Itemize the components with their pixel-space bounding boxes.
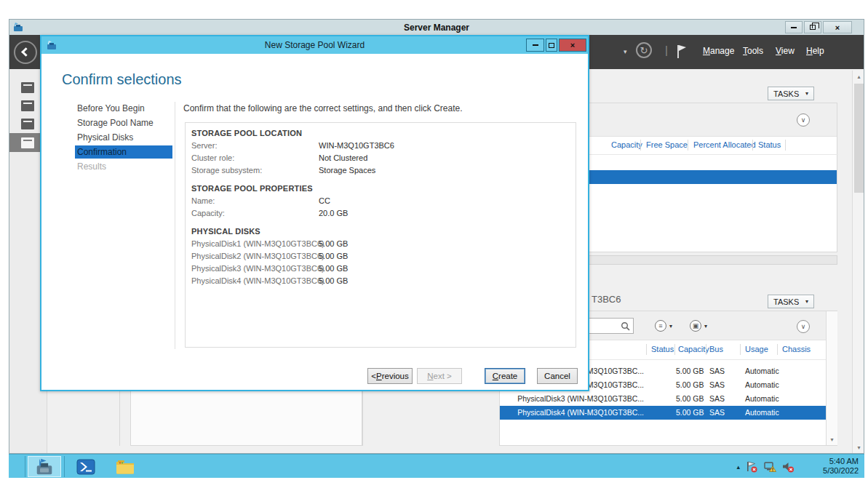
tray-network-warning-icon[interactable]: [763, 460, 776, 473]
collapse-chevron-icon[interactable]: ∨: [797, 320, 810, 333]
tray-flag-alert-icon[interactable]: [745, 460, 758, 473]
wizard-minimize-button[interactable]: [526, 39, 544, 52]
sidebar-item-all-servers-icon[interactable]: [21, 119, 34, 129]
wizard-step-before-you-begin[interactable]: Before You Begin: [75, 102, 172, 115]
caret-down-icon: ▾: [669, 323, 672, 329]
filter-list-button[interactable]: ≡ ▾: [649, 319, 678, 333]
caret-down-icon: ▾: [805, 90, 808, 97]
notifications-flag-icon[interactable]: [676, 44, 688, 59]
caret-down-icon: ▾: [704, 323, 707, 329]
setting-value: WIN-M3Q10GT3BC6: [319, 141, 394, 150]
menu-tools[interactable]: Tools: [743, 46, 763, 56]
desktop: Server Manager × ▾ ↻ | Manage Tools View…: [0, 0, 868, 496]
server-manager-titlebar[interactable]: Server Manager ×: [9, 20, 864, 35]
column-header-capacity[interactable]: Capacity: [678, 345, 709, 353]
main-scrollbar[interactable]: ▴ ▾: [852, 71, 864, 453]
wizard-step-results: Results: [75, 160, 172, 173]
scroll-down-icon[interactable]: ▾: [853, 441, 864, 453]
setting-value: 20.0 GB: [319, 209, 348, 217]
search-icon[interactable]: [621, 321, 630, 331]
header-divider: [674, 344, 675, 355]
sidebar-item-dashboard-icon[interactable]: [21, 82, 34, 93]
refresh-icon[interactable]: ↻: [636, 42, 652, 58]
server-manager-icon: [36, 458, 53, 476]
taskbar: ▴ 5:40 AM 5/30/2022: [9, 454, 864, 478]
next-button[interactable]: Next >: [417, 368, 462, 384]
table-row-selected[interactable]: PhysicalDisk4 (WIN-M3Q10GT3BC... 5.00 GB…: [500, 406, 827, 420]
wizard-step-physical-disks[interactable]: Physical Disks: [75, 131, 172, 144]
create-button[interactable]: Create: [485, 368, 525, 384]
physical-disk-size: 5.00 GB: [319, 276, 348, 285]
group-header: STORAGE POOL LOCATION: [191, 129, 302, 137]
close-button[interactable]: ×: [823, 21, 852, 33]
caret-down-icon: ▾: [805, 298, 808, 305]
server-dropdown-caret-icon[interactable]: ▾: [624, 48, 627, 55]
wizard-step-confirmation[interactable]: Confirmation: [75, 145, 172, 159]
column-header-chassis[interactable]: Chassis: [782, 345, 811, 353]
table-row[interactable]: PhysicalDisk3 (WIN-M3Q10GT3BC... 5.00 GB…: [500, 392, 827, 406]
wizard-title: New Storage Pool Wizard: [41, 40, 588, 50]
column-header-status[interactable]: Status: [758, 140, 781, 149]
scroll-down-icon[interactable]: ▾: [827, 433, 837, 445]
taskbar-separator: [25, 456, 25, 477]
header-divider: [706, 344, 706, 355]
collapse-chevron-icon[interactable]: ∨: [797, 113, 810, 127]
physical-disk-label: PhysicalDisk4 (WIN-M3Q10GT3BC6): [191, 276, 324, 285]
header-divider: [752, 140, 753, 151]
restore-icon: [810, 25, 816, 30]
table-scrollbar[interactable]: ▾: [826, 311, 837, 445]
column-header-status[interactable]: Status: [651, 345, 674, 353]
scrollbar-thumb[interactable]: [854, 84, 864, 193]
menu-view[interactable]: View: [776, 46, 795, 56]
save-query-button[interactable]: ▣ ▾: [684, 319, 713, 333]
setting-label: Cluster role:: [191, 153, 234, 162]
file-explorer-icon: [115, 459, 135, 475]
physical-disks-panel-title: T3BC6: [592, 294, 621, 305]
taskbar-powershell-button[interactable]: [71, 457, 100, 476]
menu-help[interactable]: Help: [806, 46, 824, 56]
physical-disk-label: PhysicalDisk1 (WIN-M3Q10GT3BC6): [191, 239, 324, 248]
physical-disk-label: PhysicalDisk2 (WIN-M3Q10GT3BC6): [191, 252, 324, 260]
taskbar-file-explorer-button[interactable]: [111, 457, 140, 476]
tray-expand-icon[interactable]: ▴: [736, 463, 740, 471]
sidebar-item-local-server-icon[interactable]: [21, 100, 34, 111]
maximize-icon: [549, 43, 554, 48]
setting-value: Storage Spaces: [319, 166, 375, 175]
taskbar-server-manager-button[interactable]: [28, 456, 61, 477]
group-header: PHYSICAL DISKS: [191, 227, 260, 236]
wizard-close-button[interactable]: ×: [559, 39, 586, 52]
window-title: Server Manager: [9, 23, 864, 33]
restore-button[interactable]: [804, 21, 821, 33]
header-divider: [646, 344, 647, 355]
wizard-heading: Confirm selections: [62, 71, 182, 88]
column-header-free-space[interactable]: Free Space: [646, 140, 688, 149]
wizard-titlebar[interactable]: New Storage Pool Wizard ×: [41, 36, 588, 54]
minimize-icon: [791, 27, 797, 28]
list-filter-icon: ≡: [655, 320, 666, 332]
column-header-percent-allocated[interactable]: Percent Allocated: [693, 140, 756, 149]
physical-disks-tasks-button[interactable]: TASKS ▾: [768, 295, 814, 308]
new-storage-pool-wizard: New Storage Pool Wizard × Confirm select…: [40, 35, 589, 391]
wizard-instruction: Confirm that the following are the corre…: [183, 103, 463, 113]
setting-label: Capacity:: [191, 209, 225, 217]
confirmation-settings-box: STORAGE POOL LOCATION Server: WIN-M3Q10G…: [185, 122, 576, 348]
storage-pools-tasks-button[interactable]: TASKS ▾: [768, 87, 814, 100]
taskbar-clock[interactable]: 5:40 AM 5/30/2022: [797, 457, 859, 476]
sidebar-item-file-storage-icon: [21, 137, 34, 148]
back-button[interactable]: [14, 41, 37, 64]
menu-manage[interactable]: Manage: [703, 46, 734, 56]
previous-button[interactable]: < Previous: [367, 368, 413, 384]
wizard-maximize-button[interactable]: [546, 39, 557, 52]
column-header-capacity[interactable]: Capacity: [611, 140, 642, 149]
tray-volume-muted-icon[interactable]: [781, 460, 795, 473]
cancel-button[interactable]: Cancel: [537, 368, 578, 384]
close-icon: ×: [835, 23, 840, 32]
group-header: STORAGE POOL PROPERTIES: [191, 184, 313, 193]
wizard-step-storage-pool-name[interactable]: Storage Pool Name: [75, 116, 172, 129]
scroll-up-icon[interactable]: ▴: [853, 71, 864, 82]
physical-disk-size: 5.00 GB: [319, 239, 348, 248]
minimize-button[interactable]: [785, 21, 803, 33]
column-header-usage[interactable]: Usage: [745, 345, 768, 353]
setting-label: Name:: [191, 196, 215, 205]
column-header-bus[interactable]: Bus: [709, 345, 723, 353]
